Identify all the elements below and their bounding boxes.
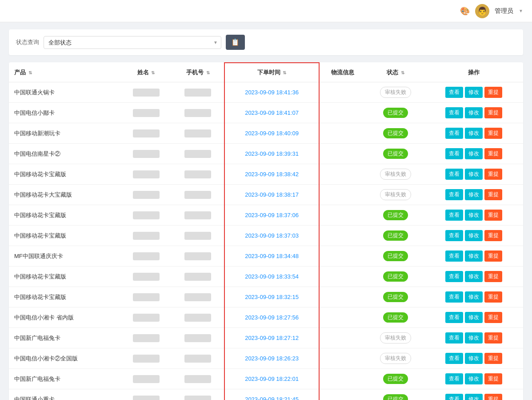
resubmit-button[interactable]: 重提: [484, 332, 502, 343]
cell-status: 已提交: [366, 287, 425, 307]
edit-button[interactable]: 修改: [465, 189, 483, 200]
resubmit-button[interactable]: 重提: [484, 189, 502, 200]
edit-button[interactable]: 修改: [465, 332, 483, 343]
action-buttons: 查看 修改 重提: [428, 271, 520, 282]
resubmit-button[interactable]: 重提: [484, 148, 502, 159]
cell-product: 中国移动花卡宝藏版: [9, 205, 120, 226]
cell-product: 中国移动花卡宝藏版: [9, 267, 120, 287]
edit-button[interactable]: 修改: [465, 353, 483, 364]
cell-logistics: [319, 389, 366, 400]
edit-button[interactable]: 修改: [465, 107, 483, 118]
cell-logistics: [319, 369, 366, 389]
view-button[interactable]: 查看: [445, 312, 463, 323]
cell-phone: [172, 205, 224, 226]
dropdown-icon[interactable]: ▼: [519, 8, 523, 13]
resubmit-button[interactable]: 重提: [484, 251, 502, 262]
edit-button[interactable]: 修改: [465, 128, 483, 139]
view-button[interactable]: 查看: [445, 189, 463, 200]
view-button[interactable]: 查看: [445, 107, 463, 118]
table-row: 中国移动花卡宝藏版 2023-09-09 18:37:03 已提交 查看 修改 …: [9, 226, 523, 246]
cell-logistics: [319, 307, 366, 328]
action-buttons: 查看 修改 重提: [428, 107, 520, 118]
cell-action: 查看 修改 重提: [425, 103, 523, 123]
col-header-name[interactable]: 姓名 ⇅: [120, 63, 172, 82]
action-buttons: 查看 修改 重提: [428, 87, 520, 98]
cell-status: 已提交: [366, 307, 425, 328]
view-button[interactable]: 查看: [445, 210, 463, 221]
filter-label: 状态查询: [16, 38, 39, 46]
cell-name: [120, 369, 172, 389]
cell-time: 2023-09-09 18:40:09: [224, 123, 319, 144]
status-filter-select[interactable]: 全部状态 已提交 审核失败: [44, 36, 221, 49]
palette-icon[interactable]: 🎨: [460, 6, 470, 16]
cell-status: 已提交: [366, 267, 425, 287]
view-button[interactable]: 查看: [445, 332, 463, 343]
edit-button[interactable]: 修改: [465, 373, 483, 384]
edit-button[interactable]: 修改: [465, 169, 483, 180]
cell-logistics: [319, 123, 366, 144]
edit-button[interactable]: 修改: [465, 230, 483, 241]
export-button[interactable]: 📋: [226, 35, 245, 50]
edit-button[interactable]: 修改: [465, 271, 483, 282]
edit-button[interactable]: 修改: [465, 87, 483, 98]
cell-time: 2023-09-09 18:37:03: [224, 226, 319, 246]
cell-time: 2023-09-09 18:22:01: [224, 369, 319, 389]
export-icon: 📋: [231, 38, 240, 46]
view-button[interactable]: 查看: [445, 169, 463, 180]
resubmit-button[interactable]: 重提: [484, 373, 502, 384]
view-button[interactable]: 查看: [445, 148, 463, 159]
resubmit-button[interactable]: 重提: [484, 312, 502, 323]
cell-phone: [172, 369, 224, 389]
col-header-phone[interactable]: 手机号 ⇅: [172, 63, 224, 82]
resubmit-button[interactable]: 重提: [484, 230, 502, 241]
resubmit-button[interactable]: 重提: [484, 210, 502, 221]
view-button[interactable]: 查看: [445, 373, 463, 384]
cell-phone: [172, 389, 224, 400]
table-row: 中国移动新潮玩卡 2023-09-09 18:40:09 已提交 查看 修改 重…: [9, 123, 523, 144]
table-row: 中国移动花卡大宝藏版 2023-09-09 18:38:17 审核失败 查看 修…: [9, 185, 523, 205]
cell-product: 中国电信小湘卡②全国版: [9, 348, 120, 369]
resubmit-button[interactable]: 重提: [484, 87, 502, 98]
status-badge: 已提交: [383, 251, 408, 261]
col-header-time[interactable]: 下单时间 ⇅: [224, 63, 319, 82]
cell-product: 中国电信小鄙卡: [9, 103, 120, 123]
resubmit-button[interactable]: 重提: [484, 128, 502, 139]
view-button[interactable]: 查看: [445, 394, 463, 400]
table-row: 中国新广电福兔卡 2023-09-09 18:27:12 审核失败 查看 修改 …: [9, 328, 523, 348]
view-button[interactable]: 查看: [445, 353, 463, 364]
status-badge: 审核失败: [380, 87, 411, 98]
view-button[interactable]: 查看: [445, 291, 463, 303]
status-badge: 审核失败: [380, 189, 411, 200]
content-area: 状态查询 全部状态 已提交 审核失败 ▼ 📋 产品 ⇅ 姓: [0, 22, 532, 400]
edit-button[interactable]: 修改: [465, 394, 483, 400]
col-header-product[interactable]: 产品 ⇅: [9, 63, 120, 82]
edit-button[interactable]: 修改: [465, 312, 483, 323]
resubmit-button[interactable]: 重提: [484, 169, 502, 180]
resubmit-button[interactable]: 重提: [484, 394, 502, 400]
cell-action: 查看 修改 重提: [425, 307, 523, 328]
action-buttons: 查看 修改 重提: [428, 210, 520, 221]
resubmit-button[interactable]: 重提: [484, 291, 502, 303]
view-button[interactable]: 查看: [445, 87, 463, 98]
cell-time: 2023-09-09 18:33:54: [224, 267, 319, 287]
action-buttons: 查看 修改 重提: [428, 353, 520, 364]
col-header-status[interactable]: 状态 ⇅: [366, 63, 425, 82]
edit-button[interactable]: 修改: [465, 210, 483, 221]
sort-icon-name: ⇅: [151, 70, 155, 75]
cell-action: 查看 修改 重提: [425, 246, 523, 267]
view-button[interactable]: 查看: [445, 230, 463, 241]
status-badge: 已提交: [383, 108, 408, 118]
action-buttons: 查看 修改 重提: [428, 394, 520, 400]
resubmit-button[interactable]: 重提: [484, 107, 502, 118]
cell-name: [120, 267, 172, 287]
edit-button[interactable]: 修改: [465, 291, 483, 303]
edit-button[interactable]: 修改: [465, 251, 483, 262]
resubmit-button[interactable]: 重提: [484, 271, 502, 282]
cell-action: 查看 修改 重提: [425, 123, 523, 144]
view-button[interactable]: 查看: [445, 251, 463, 262]
edit-button[interactable]: 修改: [465, 148, 483, 159]
view-button[interactable]: 查看: [445, 271, 463, 282]
resubmit-button[interactable]: 重提: [484, 353, 502, 364]
cell-product: 中国移动花卡宝藏版: [9, 226, 120, 246]
view-button[interactable]: 查看: [445, 128, 463, 139]
